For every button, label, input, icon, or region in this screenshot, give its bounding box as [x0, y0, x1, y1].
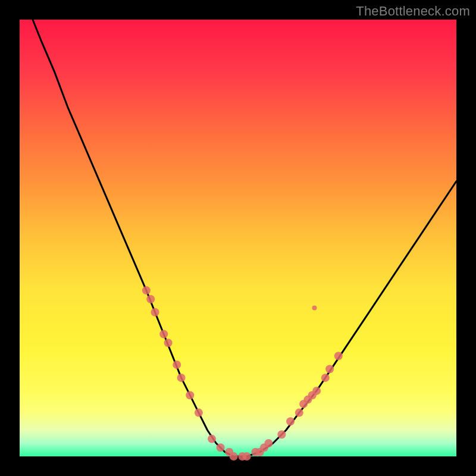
data-point	[334, 352, 343, 360]
scatter-points	[142, 286, 343, 461]
data-point	[186, 391, 194, 399]
data-point	[312, 387, 321, 395]
data-point	[230, 452, 238, 461]
chart-svg	[20, 20, 456, 456]
data-point	[217, 443, 225, 452]
data-point	[195, 409, 203, 417]
data-point	[208, 435, 216, 443]
data-point	[142, 286, 151, 295]
data-point	[264, 439, 273, 447]
data-point	[146, 295, 155, 303]
data-point	[151, 308, 159, 317]
chart-frame: TheBottleneck.com	[0, 0, 476, 476]
bottleneck-curve-path	[33, 20, 456, 456]
data-point	[325, 365, 334, 373]
watermark-text: TheBottleneck.com	[356, 4, 470, 19]
data-point	[295, 409, 303, 417]
data-point	[173, 361, 181, 369]
data-point	[164, 339, 173, 347]
data-point	[312, 305, 317, 310]
plot-area	[20, 20, 456, 456]
data-point	[277, 430, 286, 439]
data-point	[243, 452, 251, 461]
data-point	[286, 417, 295, 425]
data-point	[321, 374, 330, 382]
bottleneck-curve	[33, 20, 456, 456]
data-point	[177, 374, 186, 382]
data-point	[159, 330, 168, 339]
